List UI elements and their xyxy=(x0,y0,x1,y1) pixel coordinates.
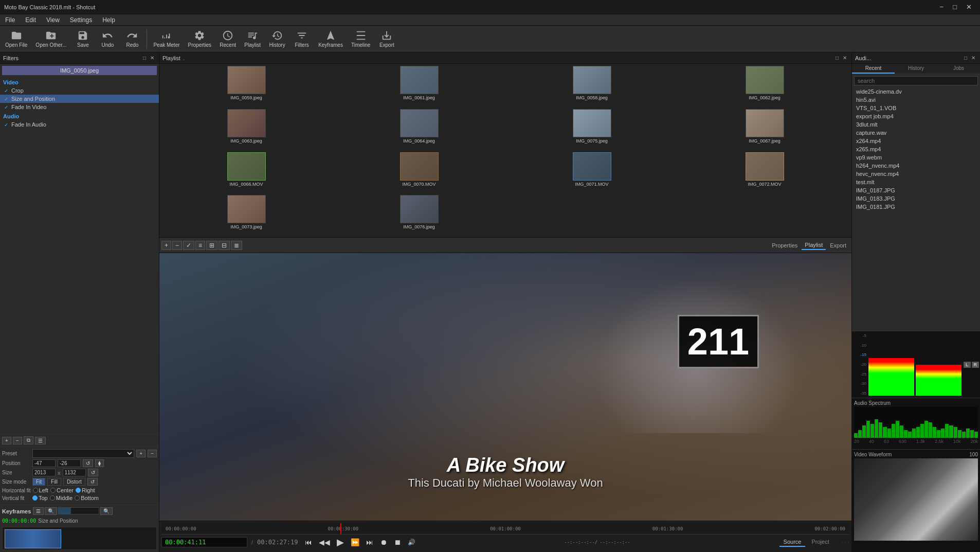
r-btn[interactable]: R xyxy=(972,362,979,368)
recent-search[interactable] xyxy=(854,76,978,85)
transport-stop[interactable]: ⏹ xyxy=(391,537,404,547)
transport-record[interactable]: ⏺ xyxy=(377,537,390,547)
size-reset-btn[interactable]: ↺ xyxy=(88,469,98,476)
transport-to-end[interactable]: ⏭ xyxy=(364,537,376,547)
recent-item-9[interactable]: h264_nvenc.mp4 xyxy=(852,162,980,170)
recent-item-7[interactable]: x265.mp4 xyxy=(852,145,980,153)
playlist-close[interactable]: ✕ xyxy=(841,55,848,61)
playlist-button[interactable]: Playlist xyxy=(241,29,264,49)
transport-ff[interactable]: ⏩ xyxy=(348,537,362,547)
position-x-input[interactable] xyxy=(32,459,56,467)
size-w-input[interactable] xyxy=(32,469,56,476)
size-h-input[interactable] xyxy=(63,469,86,476)
filters-panel-float[interactable]: □ xyxy=(141,55,148,61)
transport-play[interactable]: ▶ xyxy=(334,536,347,549)
filter-add-button[interactable]: + xyxy=(2,437,11,444)
kf-menu-btn[interactable]: ☰ xyxy=(33,507,44,515)
position-y-input[interactable] xyxy=(58,459,81,467)
recent-item-2[interactable]: VTS_01_1.VOB xyxy=(852,104,980,112)
filter-menu-button[interactable]: ☰ xyxy=(35,437,46,444)
right-panel-close[interactable]: ✕ xyxy=(970,55,977,61)
size-mode-fill[interactable]: Fill xyxy=(47,478,61,486)
playlist-item-0070[interactable]: IMG_0070.MOV xyxy=(333,151,505,193)
hfit-center[interactable]: Center xyxy=(50,487,74,493)
playlist-detail-view[interactable]: ⊟ xyxy=(219,241,230,250)
preset-add-btn[interactable]: + xyxy=(136,450,146,457)
playlist-float[interactable]: □ xyxy=(834,55,840,61)
export-button[interactable]: Export xyxy=(375,29,398,49)
filter-size-position[interactable]: ✓ Size and Position xyxy=(0,95,159,103)
vfit-bottom[interactable]: Bottom xyxy=(75,495,99,501)
recent-item-8[interactable]: vp9.webm xyxy=(852,153,980,162)
playlist-grid-view[interactable]: ⊞ xyxy=(206,241,217,250)
playlist-item-0064[interactable]: IMG_0064.jpeg xyxy=(333,108,505,150)
filters-button[interactable]: Filters xyxy=(291,29,313,49)
playlist-export-tab[interactable]: Export xyxy=(827,241,849,250)
menu-view[interactable]: View xyxy=(41,15,65,25)
l-btn[interactable]: L xyxy=(964,362,971,368)
playlist-item-0073[interactable]: IMG_0073.jpeg xyxy=(160,194,332,236)
recent-item-0[interactable]: wide25-cinema.dv xyxy=(852,87,980,96)
peak-meter-button[interactable]: Peak Meter xyxy=(150,29,183,49)
menu-file[interactable]: File xyxy=(0,15,20,25)
filter-remove-button[interactable]: − xyxy=(13,437,22,444)
recent-item-4[interactable]: 3dlut.mlt xyxy=(852,120,980,129)
recent-item-10[interactable]: hevc_nvenc.mp4 xyxy=(852,170,980,178)
recent-item-13[interactable]: IMG_0183.JPG xyxy=(852,194,980,203)
hfit-right[interactable]: Right xyxy=(76,487,95,493)
playlist-item-0076[interactable]: IMG_0076.jpeg xyxy=(333,194,505,236)
close-button[interactable]: ✕ xyxy=(962,2,976,12)
size-mode-reset[interactable]: ↺ xyxy=(87,478,98,486)
undo-button[interactable]: Undo xyxy=(96,29,119,49)
menu-help[interactable]: Help xyxy=(97,15,120,25)
playlist-item-0059[interactable]: IMG_0059.jpeg xyxy=(160,65,332,107)
playlist-check-btn[interactable]: ✓ xyxy=(183,241,194,250)
recent-item-11[interactable]: test.mlt xyxy=(852,178,980,186)
vfit-top[interactable]: Top xyxy=(32,495,48,501)
position-keyframe-btn[interactable]: ⧫ xyxy=(95,459,104,467)
playlist-add-btn[interactable]: + xyxy=(161,241,171,250)
playlist-item-0058[interactable]: IMG_0058.jpeg xyxy=(506,65,678,107)
recent-item-6[interactable]: x264.mp4 xyxy=(852,137,980,145)
kf-zoom-out[interactable]: 🔍 xyxy=(100,507,113,515)
playlist-playlist-tab[interactable]: Playlist xyxy=(802,241,826,250)
redo-button[interactable]: Redo xyxy=(121,29,143,49)
filters-panel-close[interactable]: ✕ xyxy=(149,55,156,61)
transport-to-start[interactable]: ⏮ xyxy=(302,537,315,547)
timeline-tb-button[interactable]: Timeline xyxy=(348,29,373,49)
vfit-middle[interactable]: Middle xyxy=(50,495,72,501)
recent-item-3[interactable]: export job.mp4 xyxy=(852,112,980,120)
project-tab[interactable]: Project xyxy=(807,538,833,547)
filter-fade-in-audio[interactable]: ✓ Fade In Audio xyxy=(0,120,159,129)
playlist-item-0072[interactable]: IMG_0072.MOV xyxy=(679,151,850,193)
recent-item-12[interactable]: IMG_0187.JPG xyxy=(852,186,980,194)
minimize-button[interactable]: − xyxy=(936,2,948,12)
hfit-left[interactable]: Left xyxy=(33,487,48,493)
menu-edit[interactable]: Edit xyxy=(20,15,41,25)
open-file-button[interactable]: Open File xyxy=(2,29,30,49)
source-tab[interactable]: Source xyxy=(779,538,806,547)
playlist-item-0066[interactable]: IMG_0066.MOV xyxy=(160,151,332,193)
playlist-item-0062[interactable]: IMG_0062.jpeg xyxy=(679,65,850,107)
kf-scrollbar[interactable] xyxy=(58,507,99,514)
playlist-item-0061[interactable]: IMG_0061.jpeg xyxy=(333,65,505,107)
transport-rewind[interactable]: ◀◀ xyxy=(316,537,333,547)
jobs-tab[interactable]: Jobs xyxy=(937,64,980,74)
recent-button[interactable]: Recent xyxy=(216,29,239,49)
right-panel-float[interactable]: □ xyxy=(963,55,969,61)
playlist-item-0075[interactable]: IMG_0075.jpeg xyxy=(506,108,678,150)
preset-select[interactable] xyxy=(32,449,134,458)
size-mode-fit[interactable]: Fit xyxy=(32,478,45,486)
playlist-remove-btn[interactable]: − xyxy=(172,241,182,250)
playlist-properties-tab[interactable]: Properties xyxy=(769,241,801,250)
timecode-current[interactable] xyxy=(161,537,247,547)
kf-clip[interactable] xyxy=(5,529,61,548)
playlist-item-0067[interactable]: IMG_0067.jpeg xyxy=(679,108,850,150)
filter-fade-in-video[interactable]: ✓ Fade In Video xyxy=(0,103,159,111)
history-tab[interactable]: History xyxy=(895,64,937,74)
playlist-item-0063[interactable]: IMG_0063.jpeg xyxy=(160,108,332,150)
maximize-button[interactable]: □ xyxy=(949,2,961,12)
position-reset-btn[interactable]: ↺ xyxy=(83,459,93,467)
keyframes-button[interactable]: Keyframes xyxy=(315,29,346,49)
recent-item-5[interactable]: capture.wav xyxy=(852,129,980,137)
